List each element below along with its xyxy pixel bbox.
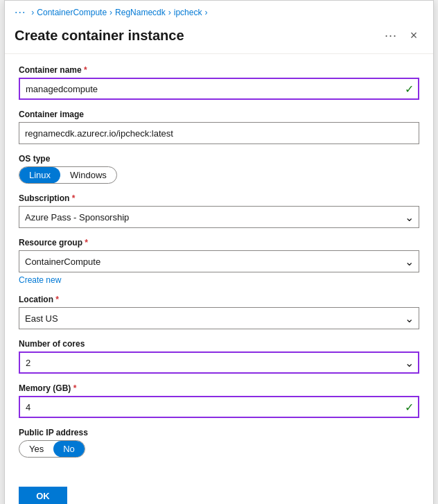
dialog-header: Create container instance ··· ×	[5, 21, 433, 53]
required-marker-rg: *	[85, 238, 88, 247]
dialog-body: Container name * ✓ Container image OS ty…	[5, 60, 433, 478]
location-dropdown-wrapper: East US ⌄	[19, 307, 419, 329]
ip-no-button[interactable]: No	[53, 441, 85, 457]
location-label: Location *	[19, 295, 419, 304]
subscription-dropdown-wrapper: Azure Pass - Sponsorship ⌄	[19, 206, 419, 228]
dialog-footer: OK	[5, 478, 433, 504]
container-name-input-wrapper: ✓	[19, 78, 419, 100]
breadcrumb-item-3[interactable]: ipcheck	[174, 8, 202, 17]
location-group: Location * East US ⌄	[19, 295, 419, 329]
memory-input[interactable]	[19, 396, 419, 418]
breadcrumb-sep3: ›	[168, 8, 171, 17]
breadcrumb-item-1[interactable]: ContainerCompute	[37, 8, 107, 17]
breadcrumb-sep4: ›	[204, 8, 207, 17]
check-icon: ✓	[405, 82, 414, 96]
dialog-title: Create container instance	[15, 28, 184, 44]
create-new-link[interactable]: Create new	[19, 275, 61, 285]
cores-group: Number of cores 2 ⌄	[19, 339, 419, 374]
resource-group-dropdown-wrapper: ContainerCompute ⌄	[19, 250, 419, 272]
container-name-group: Container name * ✓	[19, 65, 419, 100]
os-type-label: OS type	[19, 154, 419, 164]
resource-group-label: Resource group *	[19, 238, 419, 247]
required-marker-mem: *	[73, 383, 77, 393]
memory-label: Memory (GB) *	[19, 383, 419, 393]
subscription-group: Subscription * Azure Pass - Sponsorship …	[19, 193, 419, 228]
container-name-input[interactable]	[19, 78, 419, 100]
ok-button[interactable]: OK	[19, 487, 67, 504]
required-marker: *	[84, 65, 87, 75]
subscription-dropdown[interactable]: Azure Pass - Sponsorship	[19, 206, 419, 228]
cores-dropdown-wrapper: 2 ⌄	[19, 351, 419, 374]
create-container-dialog: ··· › ContainerCompute › RegNamecdk › ip…	[4, 0, 434, 504]
resource-group-group: Resource group * ContainerCompute ⌄ Crea…	[19, 238, 419, 285]
os-windows-button[interactable]: Windows	[60, 167, 116, 183]
close-button[interactable]: ×	[404, 26, 423, 45]
ip-toggle: Yes No	[19, 440, 85, 458]
header-divider	[5, 53, 433, 54]
location-dropdown[interactable]: East US	[19, 307, 419, 329]
os-type-group: OS type Linux Windows	[19, 154, 419, 184]
container-image-input[interactable]	[19, 122, 419, 144]
container-name-label: Container name *	[19, 65, 419, 75]
breadcrumb-sep1: ›	[31, 8, 34, 17]
container-image-label: Container image	[19, 110, 419, 119]
ip-yes-button[interactable]: Yes	[19, 441, 53, 457]
cores-label: Number of cores	[19, 339, 419, 349]
required-marker-sub: *	[72, 193, 76, 203]
breadcrumb-sep2: ›	[110, 8, 112, 17]
os-linux-button[interactable]: Linux	[19, 167, 60, 183]
public-ip-label: Public IP address	[19, 428, 419, 437]
container-image-group: Container image	[19, 110, 419, 144]
resource-group-dropdown[interactable]: ContainerCompute	[19, 250, 419, 272]
os-toggle: Linux Windows	[19, 166, 117, 184]
header-actions: ··· ×	[385, 26, 423, 45]
memory-input-wrapper: ✓	[19, 396, 419, 418]
public-ip-group: Public IP address Yes No	[19, 428, 419, 458]
cores-dropdown[interactable]: 2	[19, 351, 419, 374]
memory-check-icon: ✓	[405, 401, 414, 414]
breadcrumb-dots[interactable]: ···	[15, 6, 26, 19]
memory-group: Memory (GB) * ✓	[19, 383, 419, 418]
breadcrumb: ··· › ContainerCompute › RegNamecdk › ip…	[5, 1, 433, 21]
subscription-label: Subscription *	[19, 193, 419, 203]
breadcrumb-item-2[interactable]: RegNamecdk	[115, 8, 166, 17]
required-marker-loc: *	[55, 295, 59, 304]
header-dots-menu[interactable]: ···	[385, 28, 397, 43]
